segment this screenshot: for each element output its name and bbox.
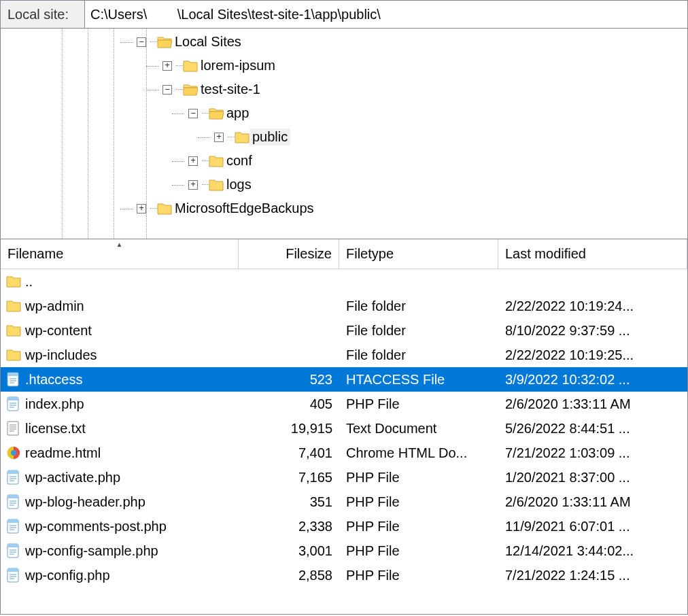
file-name: wp-comments-post.php	[25, 519, 167, 534]
file-type: HTACCESS File	[339, 372, 498, 388]
folder-tree[interactable]: −Local Sites+lorem-ipsum−test-site-1−app…	[0, 29, 688, 239]
file-size: 351	[239, 494, 339, 510]
expand-icon[interactable]: +	[188, 180, 198, 190]
file-size: 7,165	[239, 470, 339, 485]
folder-icon	[235, 130, 250, 145]
php-file-icon	[6, 396, 21, 411]
file-row[interactable]: license.txt19,915Text Document5/26/2022 …	[1, 416, 687, 441]
tree-item[interactable]: −test-site-1	[1, 78, 687, 101]
column-modified[interactable]: Last modified	[498, 239, 687, 269]
file-modified: 5/26/2022 8:44:51 ...	[498, 421, 687, 437]
file-type: PHP File	[339, 568, 498, 583]
file-list[interactable]: ▲ Filename Filesize Filetype Last modifi…	[0, 239, 688, 615]
file-row[interactable]: .htaccess523HTACCESS File3/9/2022 10:32:…	[1, 367, 687, 392]
file-modified: 2/22/2022 10:19:25...	[498, 347, 687, 363]
file-row[interactable]: wp-includesFile folder2/22/2022 10:19:25…	[1, 343, 687, 367]
php-file-icon	[6, 372, 21, 387]
file-modified: 11/9/2021 6:07:01 ...	[498, 519, 687, 534]
file-row[interactable]: wp-blog-header.php351PHP File2/6/2020 1:…	[1, 490, 687, 514]
local-site-bar: Local site: C:\Users\ \Local Sites\test-…	[0, 0, 688, 29]
folder-icon	[183, 58, 198, 73]
tree-item-label[interactable]: MicrosoftEdgeBackups	[172, 200, 317, 217]
php-file-icon	[6, 543, 21, 558]
collapse-icon[interactable]: −	[137, 37, 146, 47]
tree-item[interactable]: +public	[1, 125, 687, 149]
expand-icon[interactable]: +	[188, 156, 198, 166]
file-row[interactable]: ..	[1, 269, 687, 294]
php-file-icon	[6, 519, 21, 534]
file-list-header[interactable]: ▲ Filename Filesize Filetype Last modifi…	[1, 239, 687, 269]
file-name: readme.html	[25, 445, 101, 461]
expand-icon[interactable]: +	[137, 204, 146, 213]
text-file-icon	[6, 421, 21, 436]
file-modified: 2/22/2022 10:19:24...	[498, 298, 687, 314]
file-name: wp-config.php	[25, 568, 110, 583]
folder-open-icon	[209, 106, 224, 121]
column-filename[interactable]: ▲ Filename	[1, 239, 239, 269]
collapse-icon[interactable]: −	[188, 109, 198, 118]
tree-item-label[interactable]: test-site-1	[198, 81, 263, 98]
file-row[interactable]: index.php405PHP File2/6/2020 1:33:11 AM	[1, 392, 687, 416]
file-modified: 2/6/2020 1:33:11 AM	[498, 396, 687, 412]
file-size: 7,401	[239, 445, 339, 461]
file-modified: 7/21/2022 1:03:09 ...	[498, 445, 687, 461]
file-row[interactable]: wp-contentFile folder8/10/2022 9:37:59 .…	[1, 318, 687, 343]
sort-caret-icon: ▲	[116, 241, 123, 248]
column-filetype[interactable]: Filetype	[339, 239, 498, 269]
file-name: wp-includes	[25, 347, 97, 363]
collapse-icon[interactable]: −	[162, 85, 172, 95]
folder-icon	[209, 177, 224, 192]
tree-item-label[interactable]: app	[224, 105, 252, 122]
file-modified: 1/20/2021 8:37:00 ...	[498, 470, 687, 485]
file-row[interactable]: wp-adminFile folder2/22/2022 10:19:24...	[1, 294, 687, 318]
file-name: wp-admin	[25, 298, 84, 314]
file-name: license.txt	[25, 421, 86, 437]
tree-item-label[interactable]: lorem-ipsum	[198, 57, 278, 74]
expand-icon[interactable]: +	[214, 133, 224, 142]
folder-open-icon	[157, 35, 172, 50]
expand-icon[interactable]: +	[162, 61, 172, 71]
file-row[interactable]: wp-config.php2,858PHP File7/21/2022 1:24…	[1, 563, 687, 587]
tree-item-label[interactable]: public	[250, 129, 290, 146]
tree-item[interactable]: +logs	[1, 173, 687, 196]
file-size: 19,915	[239, 421, 339, 437]
folder-icon	[209, 154, 224, 169]
file-size: 405	[239, 396, 339, 412]
file-name: wp-config-sample.php	[25, 543, 158, 559]
folder-icon	[6, 274, 21, 289]
tree-item[interactable]: −app	[1, 101, 687, 125]
tree-item[interactable]: +lorem-ipsum	[1, 54, 687, 78]
file-name: index.php	[25, 396, 84, 412]
file-row[interactable]: wp-config-sample.php3,001PHP File12/14/2…	[1, 538, 687, 563]
file-row[interactable]: wp-activate.php7,165PHP File1/20/2021 8:…	[1, 465, 687, 490]
file-modified: 8/10/2022 9:37:59 ...	[498, 323, 687, 339]
php-file-icon	[6, 568, 21, 583]
file-name: wp-content	[25, 323, 92, 339]
local-site-label: Local site:	[0, 0, 85, 29]
local-site-path-input[interactable]: C:\Users\ \Local Sites\test-site-1\app\p…	[85, 0, 688, 29]
file-name: wp-activate.php	[25, 470, 120, 485]
file-size: 523	[239, 372, 339, 388]
tree-item[interactable]: +MicrosoftEdgeBackups	[1, 196, 687, 220]
tree-item-label[interactable]: logs	[224, 176, 254, 193]
tree-item-label[interactable]: Local Sites	[172, 33, 244, 50]
column-filesize[interactable]: Filesize	[239, 239, 339, 269]
file-modified: 12/14/2021 3:44:02...	[498, 543, 687, 559]
file-row[interactable]: wp-comments-post.php2,338PHP File11/9/20…	[1, 514, 687, 538]
folder-open-icon	[183, 82, 198, 97]
file-name: ..	[25, 274, 33, 290]
folder-icon	[6, 323, 21, 338]
folder-icon	[157, 201, 172, 216]
file-size: 2,858	[239, 568, 339, 583]
file-row[interactable]: readme.html7,401Chrome HTML Do...7/21/20…	[1, 441, 687, 465]
file-type: Chrome HTML Do...	[339, 445, 498, 461]
tree-item-label[interactable]: conf	[224, 152, 255, 169]
folder-icon	[6, 298, 21, 313]
file-modified: 2/6/2020 1:33:11 AM	[498, 494, 687, 510]
tree-item[interactable]: −Local Sites	[1, 30, 687, 54]
file-size: 2,338	[239, 519, 339, 534]
php-file-icon	[6, 470, 21, 485]
file-type: PHP File	[339, 543, 498, 559]
tree-item[interactable]: +conf	[1, 149, 687, 173]
php-file-icon	[6, 494, 21, 509]
